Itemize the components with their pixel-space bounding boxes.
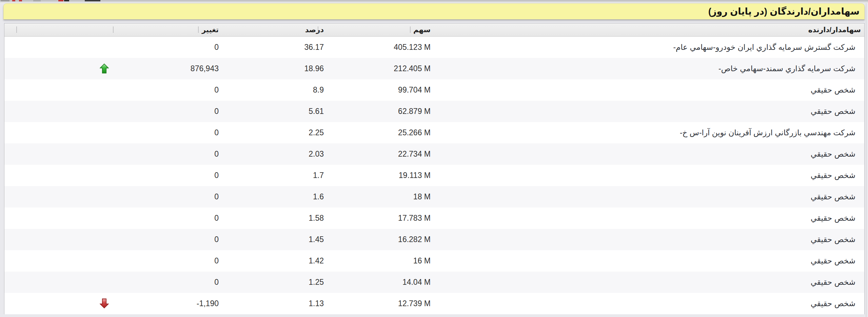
table-row[interactable]: 0 1.45 16.282 M شخص حقيقي [4,229,864,250]
shares-cell: 405.123 M [327,37,434,58]
toolbar-fragment [85,0,100,1]
change-direction-cell [4,207,113,229]
change-cell: 0 [113,186,219,207]
change-direction-cell [4,250,113,272]
column-header-holder: سهامدار/دارنده [434,23,864,36]
shares-cell: 22.734 M [327,143,434,165]
table-row[interactable]: 0 1.58 17.783 M شخص حقيقي [4,207,864,229]
shares-cell: 19.113 M [327,165,434,186]
change-direction-cell [4,165,113,186]
percent-cell: 1.45 [219,229,327,250]
holder-cell[interactable]: شخص حقيقي [434,186,864,207]
table-row[interactable]: 0 1.6 18 M شخص حقيقي [4,186,864,207]
change-direction-cell [4,229,113,250]
header-spacer [4,23,113,36]
toolbar-fragment [33,0,41,1]
toolbar-fragment [64,0,69,1]
table-row[interactable]: 0 5.61 62.879 M شخص حقيقي [4,101,864,122]
table-body: 0 36.17 405.123 M شرکت گسترش سرمايه گذار… [4,37,864,314]
holder-cell[interactable]: شخص حقيقي [434,165,864,186]
shares-cell: 18 M [327,186,434,207]
shares-cell: 12.739 M [327,293,434,314]
holder-cell[interactable]: شرکت سرمايه گذاري سمند-سهامي خاص- [434,58,864,79]
toolbar-fragment [1,0,9,1]
change-direction-cell [4,101,113,122]
toolbar-fragment [58,0,63,1]
table-row[interactable]: 0 2.03 22.734 M شخص حقيقي [4,143,864,165]
percent-cell: 1.25 [219,272,327,293]
header-divider [410,26,411,33]
change-cell: 0 [113,37,219,58]
shares-cell: 62.879 M [327,101,434,122]
shareholders-page: سهامداران/دارندگان (در پايان روز) تغيير … [0,0,868,317]
percent-cell: 1.42 [219,250,327,272]
holder-cell[interactable]: شخص حقيقي [434,229,864,250]
shares-cell: 212.405 M [327,58,434,79]
holder-cell[interactable]: شخص حقيقي [434,143,864,165]
change-cell: 0 [113,122,219,143]
holder-cell[interactable]: شخص حقيقي [434,207,864,229]
table-row[interactable]: 0 8.9 99.704 M شخص حقيقي [4,79,864,101]
change-cell: 0 [113,272,219,293]
change-direction-cell [4,143,113,165]
holder-cell[interactable]: شرکت گسترش سرمايه گذاري ايران خودرو-سهام… [434,37,864,58]
change-direction-cell [4,186,113,207]
change-cell: 0 [113,207,219,229]
percent-cell: 36.17 [219,37,327,58]
header-divider [198,26,199,33]
table-row[interactable]: -1,190 1.13 12.739 M شخص حقيقي [4,293,864,314]
shares-cell: 16.282 M [327,229,434,250]
shares-cell: 99.704 M [327,79,434,101]
percent-cell: 1.7 [219,165,327,186]
change-direction-cell [4,37,113,58]
change-direction-cell [4,122,113,143]
table-row[interactable]: 0 2.25 25.266 M شرکت مهندسي بازرگاني ارز… [4,122,864,143]
shares-cell: 16 M [327,250,434,272]
percent-cell: 8.9 [219,79,327,101]
down-arrow-icon [100,298,109,309]
percent-cell: 5.61 [219,101,327,122]
change-cell: 0 [113,79,219,101]
table-row[interactable]: 0 1.25 14.04 M شخص حقيقي [4,272,864,293]
percent-cell: 1.6 [219,186,327,207]
up-arrow-icon [100,63,109,74]
header-divider [318,26,318,33]
holder-cell[interactable]: شخص حقيقي [434,293,864,314]
percent-cell: 18.96 [219,58,327,79]
change-cell: 0 [113,101,219,122]
header-divider [113,26,114,33]
percent-cell: 1.58 [219,207,327,229]
change-cell: 876,943 [113,58,219,79]
column-header-change: تغيير [113,23,219,36]
change-direction-cell [4,58,113,79]
clipped-toolbar-strip [0,0,868,3]
holder-cell[interactable]: شخص حقيقي [434,272,864,293]
table-row[interactable]: 0 36.17 405.123 M شرکت گسترش سرمايه گذار… [4,37,864,58]
percent-cell: 2.25 [219,122,327,143]
column-header-shares: سهم [327,23,434,36]
shares-cell: 25.266 M [327,122,434,143]
change-cell: 0 [113,250,219,272]
table-header-row: تغيير درصد سهم سهامدار/دارنده [4,23,864,37]
toolbar-fragment [19,0,22,1]
holder-cell[interactable]: شخص حقيقي [434,101,864,122]
panel-title-bar: سهامداران/دارندگان (در پايان روز) [3,3,865,20]
change-cell: -1,190 [113,293,219,314]
change-cell: 0 [113,143,219,165]
holder-cell[interactable]: شرکت مهندسي بازرگاني ارزش آفرينان نوين آ… [434,122,864,143]
table-row[interactable]: 0 1.42 16 M شخص حقيقي [4,250,864,272]
holder-cell[interactable]: شخص حقيقي [434,79,864,101]
change-direction-cell [4,272,113,293]
change-cell: 0 [113,229,219,250]
table-row[interactable]: 876,943 18.96 212.405 M شرکت سرمايه گذار… [4,58,864,79]
table-row[interactable]: 0 1.7 19.113 M شخص حقيقي [4,165,864,186]
percent-cell: 1.13 [219,293,327,314]
panel-title: سهامداران/دارندگان (در پايان روز) [708,4,860,19]
toolbar-fragment [12,0,15,1]
change-direction-cell [4,79,113,101]
percent-cell: 2.03 [219,143,327,165]
shares-cell: 17.783 M [327,207,434,229]
change-direction-cell [4,293,113,314]
holder-cell[interactable]: شخص حقيقي [434,250,864,272]
header-divider [16,26,17,33]
